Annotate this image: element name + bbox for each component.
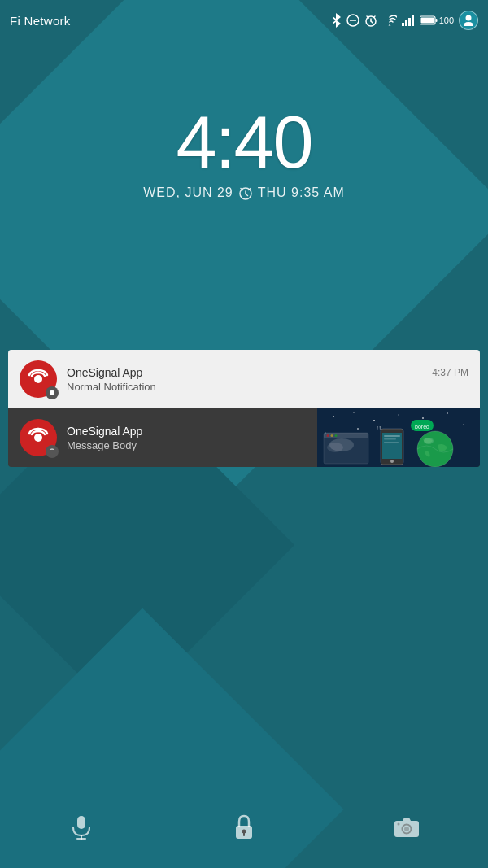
- svg-rect-53: [77, 816, 85, 829]
- svg-rect-10: [412, 15, 414, 26]
- notification-1-badge: [46, 386, 59, 399]
- clock-alarm-icon: [238, 185, 253, 200]
- svg-point-28: [398, 414, 399, 415]
- svg-point-20: [34, 375, 42, 383]
- clock-date: WED, JUN 29 THU 9:35 AM: [143, 185, 345, 200]
- svg-rect-12: [420, 18, 434, 24]
- svg-point-61: [404, 827, 409, 831]
- notification-2-icon: [20, 419, 57, 456]
- battery-level: 100: [439, 15, 454, 25]
- notification-1-time: 4:37 PM: [432, 367, 468, 378]
- svg-rect-9: [408, 18, 411, 26]
- notification-1-icon: [20, 360, 57, 398]
- notification-2-badge: [46, 445, 59, 458]
- notifications-area: OneSignal App 4:37 PM Normal Notificatio…: [8, 350, 480, 467]
- clock-date-text: WED, JUN 29: [143, 185, 233, 200]
- svg-rect-7: [402, 23, 404, 26]
- notification-2-app: OneSignal App: [67, 425, 142, 438]
- avatar-icon[interactable]: [459, 11, 478, 30]
- signal-icon: [402, 15, 415, 26]
- camera-icon[interactable]: [389, 809, 425, 845]
- svg-point-29: [422, 417, 424, 419]
- svg-point-39: [390, 460, 394, 463]
- svg-point-26: [353, 412, 355, 413]
- svg-point-14: [466, 15, 472, 21]
- battery-icon: 100: [420, 15, 454, 25]
- svg-text:bored: bored: [415, 424, 429, 430]
- svg-point-22: [34, 434, 42, 442]
- notification-2-image: bored ": [317, 408, 480, 467]
- network-label: Fi Network: [10, 14, 71, 28]
- svg-point-51: [331, 434, 333, 437]
- microphone-icon[interactable]: [63, 809, 99, 845]
- notification-image-bg: bored ": [317, 408, 480, 467]
- notification-light[interactable]: OneSignal App 4:37 PM Normal Notificatio…: [8, 350, 480, 408]
- svg-point-25: [333, 416, 334, 417]
- svg-point-62: [398, 823, 400, 826]
- svg-point-52: [335, 434, 338, 437]
- svg-rect-8: [405, 20, 407, 26]
- status-bar: Fi Network: [0, 0, 488, 41]
- svg-rect-42: [384, 442, 399, 443]
- notification-dark[interactable]: OneSignal App Message Body: [8, 408, 480, 467]
- notification-1-message: Normal Notification: [67, 381, 468, 393]
- status-icons: 100: [331, 11, 478, 30]
- clock-time: 4:40: [176, 106, 312, 179]
- clock-area: 4:40 WED, JUN 29 THU 9:35 AM: [0, 106, 488, 200]
- clock-alarm-time: THU 9:35 AM: [258, 185, 345, 200]
- bluetooth-icon: [331, 13, 342, 28]
- svg-point-33: [357, 428, 359, 430]
- svg-point-36: [424, 438, 434, 444]
- svg-point-27: [373, 420, 375, 421]
- svg-rect-40: [384, 435, 400, 437]
- notification-1-header: OneSignal App 4:37 PM: [67, 366, 468, 379]
- notification-1-app: OneSignal App: [67, 366, 142, 379]
- svg-point-30: [447, 412, 448, 414]
- svg-rect-41: [384, 438, 396, 440]
- do-not-disturb-icon: [346, 14, 359, 27]
- svg-rect-49: [324, 433, 368, 438]
- wifi-icon: [382, 15, 397, 26]
- svg-text:": ": [376, 424, 381, 440]
- notification-1-content: OneSignal App 4:37 PM Normal Notificatio…: [67, 366, 468, 393]
- svg-point-31: [463, 424, 464, 425]
- svg-line-17: [246, 194, 248, 196]
- bottom-bar: [0, 795, 488, 868]
- svg-point-50: [327, 434, 329, 437]
- alarm-icon: [364, 14, 377, 27]
- svg-line-4: [371, 21, 373, 23]
- svg-rect-13: [435, 19, 437, 22]
- lock-icon[interactable]: [226, 809, 262, 845]
